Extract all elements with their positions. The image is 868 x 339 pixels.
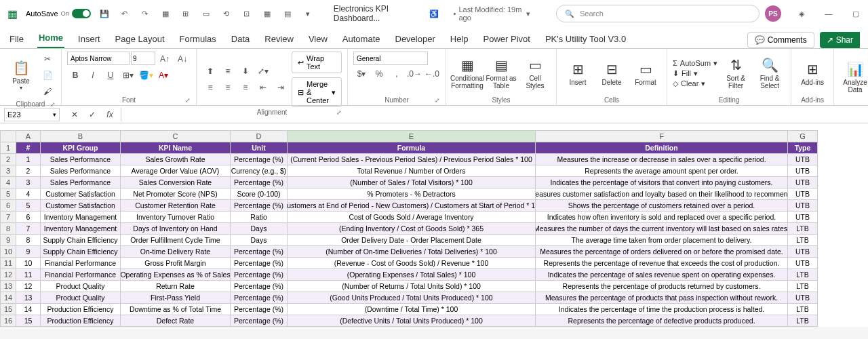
cell[interactable]: Indicates the percentage of sales revenu… (536, 269, 788, 281)
tab-view[interactable]: View (307, 30, 329, 48)
accessibility-icon[interactable]: ♿ (428, 7, 439, 20)
cell[interactable]: Measures the number of days the current … (536, 223, 788, 235)
row-header[interactable]: 7 (0, 212, 16, 223)
cell[interactable]: Financial Performance (41, 258, 121, 269)
comma-icon[interactable]: , (389, 66, 405, 81)
cell[interactable]: LTB (788, 304, 818, 315)
diamond-icon[interactable]: ◈ (795, 7, 808, 20)
cell[interactable]: 15 (16, 315, 41, 327)
cell[interactable]: Indicates how often inventory is sold an… (536, 212, 788, 223)
fill-button[interactable]: ⬇Fill▾ (673, 69, 717, 78)
tab-automate[interactable]: Automate (341, 30, 382, 48)
cell[interactable]: Days (231, 223, 288, 235)
row-header[interactable]: 3 (0, 165, 16, 177)
cell[interactable]: Sales Performance (41, 154, 121, 165)
cell[interactable]: Percentage (%) (231, 200, 288, 212)
sort-filter-button[interactable]: ⇅Sort & Filter (720, 53, 751, 94)
cell[interactable]: Type (788, 142, 818, 154)
search-input[interactable]: 🔍 Search (556, 5, 760, 22)
qat-icon-4[interactable]: ⟲ (220, 7, 233, 20)
bold-button[interactable]: B (67, 68, 83, 83)
cell[interactable]: Downtime as % of Total Time (121, 304, 231, 315)
tab-data[interactable]: Data (230, 30, 251, 48)
save-icon[interactable]: 💾 (98, 7, 111, 20)
cell[interactable]: Measures customer satisfaction and loyal… (536, 188, 788, 200)
cell[interactable]: Customer Satisfaction (41, 188, 121, 200)
cell[interactable]: (Ending Inventory / Cost of Goods Sold) … (288, 223, 536, 235)
cell[interactable]: LTB (788, 315, 818, 327)
qat-dropdown-icon[interactable]: ▾ (301, 7, 315, 20)
cell[interactable]: The average time taken from order placem… (536, 235, 788, 246)
row-header[interactable]: 5 (0, 188, 16, 200)
cell[interactable]: (Operating Expenses / Total Sales) * 100 (288, 269, 536, 281)
filename[interactable]: Electronics KPI Dashboard... (334, 4, 423, 23)
cell[interactable]: Percentage (%) (231, 292, 288, 304)
italic-button[interactable]: I (85, 68, 101, 83)
tab-page-layout[interactable]: Page Layout (114, 30, 166, 48)
cell[interactable]: Sales Conversion Rate (121, 177, 231, 188)
spreadsheet-grid[interactable]: A B C D E F G 1 # KPI Group KPI Name Uni… (0, 130, 868, 327)
underline-button[interactable]: U (102, 68, 119, 83)
cell[interactable]: Represents the percentage of defective p… (536, 315, 788, 327)
cell[interactable]: First-Pass Yield (121, 292, 231, 304)
cell[interactable]: LTB (788, 223, 818, 235)
cell[interactable]: Formula (288, 142, 536, 154)
cell[interactable]: Measures the percentage of products that… (536, 292, 788, 304)
cell[interactable]: Total Revenue / Number of Orders (288, 165, 536, 177)
border-icon[interactable]: ⊞▾ (120, 68, 136, 83)
fx-button[interactable]: fx (102, 107, 118, 122)
conditional-formatting-button[interactable]: ▦Conditional Formatting (452, 53, 483, 94)
redo-icon[interactable]: ↷ (138, 7, 152, 20)
cell[interactable]: UTB (788, 165, 818, 177)
cell[interactable]: Return Rate (121, 281, 231, 292)
font-size-select[interactable] (131, 52, 155, 65)
last-modified[interactable]: •Last Modified: 19m ago▾ (454, 5, 530, 22)
increase-indent-icon[interactable]: ⇥ (273, 80, 289, 95)
autosave-toggle[interactable]: AutoSave On (26, 9, 91, 18)
cell[interactable]: Percentage (%) (231, 258, 288, 269)
cell[interactable]: Days of Inventory on Hand (121, 223, 231, 235)
analyze-data-button[interactable]: 📊Analyze Data (840, 57, 868, 98)
cell[interactable]: Measures the increase or decrease in sal… (536, 154, 788, 165)
row-header[interactable]: 13 (0, 281, 16, 292)
cell[interactable]: Net Promoter Score (NPS) (121, 188, 231, 200)
col-header-e[interactable]: E (288, 130, 536, 142)
cell[interactable]: (Number of Sales / Total Visitors) * 100 (288, 177, 536, 188)
cell[interactable]: Customer Satisfaction (41, 200, 121, 212)
cell[interactable]: Supply Chain Efficiency (41, 235, 121, 246)
cell[interactable]: Ratio (231, 212, 288, 223)
row-header[interactable]: 12 (0, 269, 16, 281)
row-header[interactable]: 10 (0, 246, 16, 258)
cell[interactable]: 1 (16, 154, 41, 165)
cell[interactable]: Sales Growth Rate (121, 154, 231, 165)
align-right-icon[interactable]: ≡ (237, 80, 254, 95)
cell[interactable]: 6 (16, 212, 41, 223)
cell[interactable]: Indicates the percentage of visitors tha… (536, 177, 788, 188)
cell[interactable]: On-time Delivery Rate (121, 246, 231, 258)
cell[interactable]: Currency (e.g., $) (231, 165, 288, 177)
format-button[interactable]: ▭Format (630, 53, 661, 94)
increase-font-icon[interactable]: A↑ (157, 52, 173, 66)
cell[interactable]: LTB (788, 269, 818, 281)
cell[interactable]: 3 (16, 177, 41, 188)
autosum-button[interactable]: ΣAutoSum▾ (673, 59, 717, 68)
cell[interactable]: Percentage (%) (231, 177, 288, 188)
cell[interactable]: 2 (16, 165, 41, 177)
font-color-icon[interactable]: A▾ (155, 68, 172, 83)
cell[interactable]: Unit (231, 142, 288, 154)
row-header[interactable]: 15 (0, 304, 16, 315)
cell[interactable]: KPI Name (121, 142, 231, 154)
cell[interactable]: % Promoters - % Detractors (288, 188, 536, 200)
cut-icon[interactable]: ✂ (39, 52, 56, 66)
row-header[interactable]: 4 (0, 177, 16, 188)
cell[interactable]: (Good Units Produced / Total Units Produ… (288, 292, 536, 304)
cell[interactable]: UTB (788, 258, 818, 269)
percent-icon[interactable]: % (371, 66, 387, 81)
decrease-font-icon[interactable]: A↓ (174, 52, 191, 66)
tab-home[interactable]: Home (37, 28, 64, 48)
tab-file[interactable]: File (8, 30, 25, 48)
cell[interactable]: 10 (16, 258, 41, 269)
cell-styles-button[interactable]: ▭Cell Styles (519, 53, 551, 94)
cell[interactable]: # (16, 142, 41, 154)
tab-review[interactable]: Review (263, 30, 295, 48)
